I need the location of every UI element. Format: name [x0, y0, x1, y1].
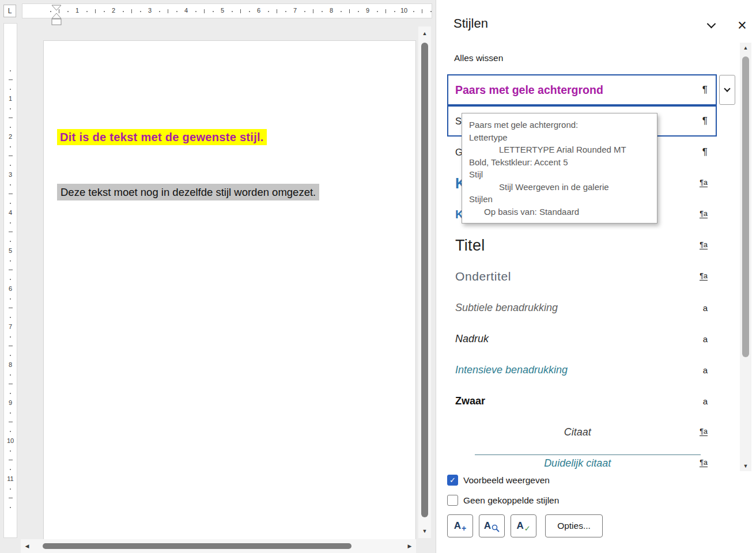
style-item-nadruk[interactable]: Nadruka [447, 323, 717, 354]
ruler-mark [9, 308, 13, 308]
style-item-paars[interactable]: Paars met gele achtergrond¶ [447, 74, 717, 105]
ruler-mark [10, 507, 11, 508]
pane-scroll-up-button[interactable]: ▲ [740, 43, 751, 53]
ruler-mark [10, 241, 11, 242]
ruler-mark [10, 260, 11, 262]
ruler-mark: 1 [4, 95, 17, 102]
ruler-mark [9, 498, 13, 498]
clear-all-button[interactable]: Alles wissen [454, 53, 503, 63]
pane-title: Stijlen [453, 16, 488, 31]
options-button[interactable]: Opties... [545, 514, 603, 537]
ruler-mark [10, 469, 11, 470]
document-vertical-scrollbar[interactable]: ▲ ▼ [418, 26, 431, 538]
tab-stop-selector[interactable]: L [3, 5, 16, 17]
ruler-mark [9, 156, 13, 156]
vertical-scroll-thumb[interactable] [421, 43, 428, 517]
document-page[interactable]: Dit is de tekst met de gewenste stijl. D… [43, 40, 416, 539]
ruler-mark [10, 412, 11, 414]
disable-linked-styles-checkbox[interactable]: Geen gekoppelde stijlen [447, 495, 559, 506]
style-item-titel[interactable]: Titel¶a [447, 230, 717, 261]
ruler-mark [104, 11, 105, 12]
document-horizontal-scrollbar[interactable]: ◀ ▶ [21, 539, 416, 553]
ruler-mark [95, 9, 96, 13]
style-item-intensief[interactable]: Intensieve benadrukkinga [447, 354, 717, 385]
ruler-mark [176, 11, 177, 12]
green-check-icon: ✓ [524, 524, 531, 533]
tooltip-line: Stijlen [469, 193, 650, 206]
ruler-mark [358, 11, 359, 12]
pane-collapse-button[interactable] [702, 16, 720, 35]
style-inspector-button[interactable]: A [479, 514, 505, 537]
tooltip-line: Op basis van: Standaard [469, 206, 650, 218]
style-item-label: Intensieve benadrukking [455, 364, 703, 376]
scroll-left-button[interactable]: ◀ [21, 539, 33, 553]
style-item-label: Nadruk [455, 333, 703, 345]
styled-paragraph[interactable]: Dit is de tekst met de gewenste stijl. [57, 131, 267, 144]
ruler-mark [10, 165, 11, 166]
style-type-mark: ¶a [700, 272, 708, 281]
ruler-mark [268, 11, 269, 12]
style-dropdown-button[interactable] [719, 75, 735, 105]
ruler-mark [422, 9, 422, 13]
ruler-mark [204, 9, 205, 13]
styles-pane: Stijlen × Alles wissen Paars met gele ac… [436, 0, 756, 553]
horizontal-ruler[interactable]: 12345678910 [22, 3, 432, 18]
ruler-mark: 2 [4, 133, 17, 140]
checkbox-checked-icon: ✓ [447, 475, 458, 486]
ruler-mark [159, 11, 160, 12]
pane-scroll-thumb[interactable] [742, 56, 749, 357]
ruler-mark [86, 11, 88, 12]
ruler-mark [10, 336, 11, 338]
show-preview-checkbox[interactable]: ✓ Voorbeeld weergeven [447, 475, 550, 486]
pane-close-button[interactable]: × [733, 16, 751, 35]
triangle-down-icon: ▼ [743, 463, 749, 469]
pane-scroll-down-button[interactable]: ▼ [740, 461, 751, 471]
manage-styles-button[interactable]: A✓ [511, 514, 536, 537]
style-item-zwaar[interactable]: Zwaara [447, 385, 717, 416]
style-item-subtiel[interactable]: Subtiele benadrukkinga [447, 292, 717, 323]
style-item-ondertitel[interactable]: Ondertitel¶a [447, 261, 717, 292]
ruler-mark [10, 355, 11, 356]
ruler-mark: 9 [4, 399, 17, 406]
ruler-mark [10, 279, 11, 280]
style-item-duidelijk-citaat[interactable]: Duidelijk citaat¶a [447, 448, 717, 473]
letter-a-icon: A [454, 520, 461, 532]
ruler-mark [10, 184, 11, 185]
indent-marker-icon[interactable] [51, 5, 62, 28]
tooltip-line: Paars met gele achtergrond: [469, 119, 650, 131]
show-preview-label: Voorbeeld weergeven [463, 475, 550, 486]
ruler-mark: 10 [4, 437, 17, 444]
magnifier-icon [492, 524, 500, 532]
scroll-down-button[interactable]: ▼ [418, 524, 431, 538]
tooltip-line: Stijl [469, 168, 650, 181]
ruler-mark: 1 [75, 7, 79, 14]
style-tooltip: Paars met gele achtergrond:LettertypeLET… [462, 113, 657, 224]
style-item-label: Duidelijk citaat [455, 457, 700, 469]
ruler-mark: 7 [4, 323, 17, 330]
ruler-mark: 10 [400, 7, 407, 14]
ruler-mark: 5 [4, 247, 17, 254]
ruler-mark: 6 [257, 7, 260, 14]
new-style-button[interactable]: A+ [447, 514, 473, 537]
horizontal-scroll-thumb[interactable] [43, 543, 351, 549]
style-item-label: Subtiele benadrukking [455, 302, 703, 314]
style-item-citaat[interactable]: Citaat¶a [447, 416, 717, 448]
ruler-mark: 7 [293, 7, 297, 14]
ruler-mark [195, 11, 196, 12]
ruler-mark [9, 346, 13, 346]
style-item-label: Zwaar [455, 395, 703, 407]
triangle-left-icon: ◀ [25, 543, 29, 549]
style-type-mark: ¶a [700, 241, 708, 249]
highlighted-styled-text: Dit is de tekst met de gewenste stijl. [57, 129, 267, 145]
style-type-mark: ¶a [700, 179, 708, 187]
scroll-up-button[interactable]: ▲ [418, 26, 431, 40]
scroll-right-button[interactable]: ▶ [403, 539, 416, 553]
vertical-ruler[interactable]: 1234567891011 [3, 23, 17, 538]
style-type-mark: a [703, 396, 708, 406]
check-icon: ✓ [449, 476, 456, 484]
selected-paragraph[interactable]: Deze tekst moet nog in dezelfde stijl wo… [57, 186, 319, 199]
ruler-mark [131, 9, 132, 13]
pane-scrollbar[interactable]: ▲ ▼ [740, 43, 751, 471]
triangle-up-icon: ▲ [743, 45, 749, 51]
ruler-mark [10, 488, 11, 490]
